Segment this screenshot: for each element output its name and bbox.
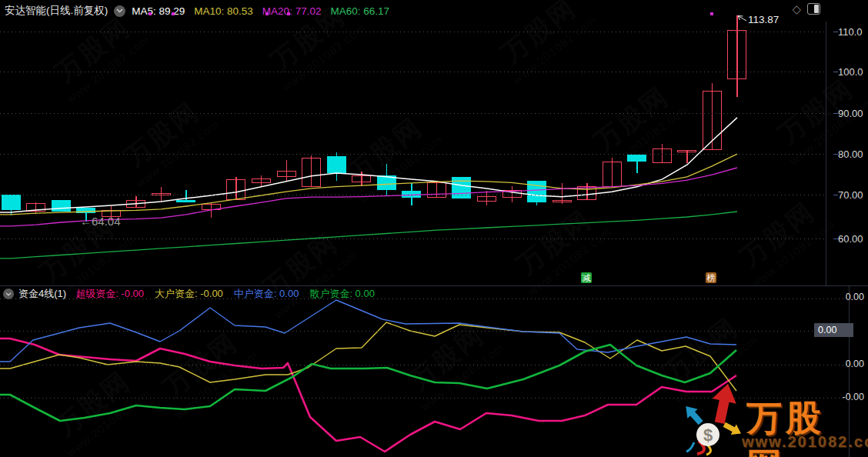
sub-gridline — [0, 331, 849, 332]
logo-arrows-icon: $ — [676, 381, 753, 456]
ma-marker-dot — [710, 12, 713, 15]
main-axis-label: 60.00 — [838, 233, 868, 245]
main-gridline — [0, 154, 826, 155]
ma-marker-dot — [149, 12, 152, 15]
main-gridline — [0, 239, 826, 239]
main-gridline — [0, 113, 826, 114]
main-gridline — [0, 32, 826, 32]
stock-app-screen: { "header": { "title": "安达智能(日线.前复权)", "… — [0, 0, 868, 457]
main-axis-border — [826, 22, 826, 285]
main-axis-label: 110.0 — [838, 26, 868, 38]
ma-marker-dot — [172, 12, 175, 15]
sub-axis-label: 0.00 — [835, 359, 864, 369]
sub-axis-current-value: 0.00 — [814, 323, 853, 337]
svg-text:$: $ — [703, 425, 713, 445]
fund-line-散户资金 — [0, 345, 736, 421]
sub-gridline — [0, 299, 849, 299]
main-axis-label: 100.0 — [838, 66, 868, 78]
fund-line-超级资金 — [0, 339, 736, 452]
main-axis-label: 90.00 — [838, 108, 868, 119]
main-gridline — [0, 72, 826, 72]
ma-marker-dot — [287, 12, 290, 15]
main-axis-label: 80.00 — [838, 148, 868, 160]
logo-url-text: www.201082.com — [742, 433, 868, 451]
main-axis-label: 70.00 — [838, 189, 868, 201]
sub-gridline — [0, 365, 849, 365]
main-gridline — [0, 195, 826, 195]
site-logo: $ 万股网 www.201082.com — [676, 381, 860, 454]
ma-marker-dot — [265, 12, 269, 15]
sub-axis-label: 0.00 — [835, 292, 864, 302]
